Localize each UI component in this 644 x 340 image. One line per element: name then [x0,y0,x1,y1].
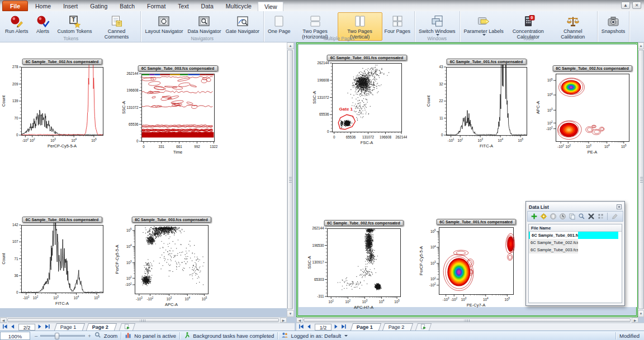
next-page-button[interactable] [333,324,340,331]
ribbon-tab-data[interactable]: Data [195,2,220,11]
ribbon-tab-text[interactable]: Text [172,2,195,11]
scrollbar-thumb[interactable] [7,318,279,322]
plot-title-badge[interactable]: 6C Sample_Tube_002.fcs compensated [552,65,632,71]
minimize-ribbon-icon[interactable]: ▲ [621,2,630,9]
recent-icon[interactable] [558,213,566,221]
ribbon-tab-multicycle[interactable]: Multicycle [220,2,258,11]
zoom-slider[interactable] [40,335,85,337]
plot-title-badge[interactable]: 6C Sample_Tube_002.fcs compensated [22,59,102,65]
file-tab[interactable]: File [2,1,28,11]
ribbon-tab-view[interactable]: View [258,2,284,11]
switch-windows-button[interactable]: Switch Windows [416,12,458,37]
plot-title-badge[interactable]: 6C Sample_Tube_001.fcs compensated [447,59,527,65]
data-list-titlebar[interactable]: Data List [527,203,623,211]
page-tab-page-1[interactable]: Page 1 [54,323,85,331]
zoom-out-button[interactable]: – [35,333,37,339]
data-list-column-header[interactable]: File Name [529,224,622,232]
gate-navigator-button[interactable]: Gate Navigator [223,12,262,35]
custom-tokens-button[interactable]: TCustom Tokens [55,12,94,35]
layout-navigator-button[interactable]: Layout Navigator [143,12,185,35]
page-indicator[interactable]: 1/2 [315,324,332,331]
four-pages-button[interactable]: Four Pages [382,12,413,35]
plot-hist-fitc-right[interactable]: 011223243-101102103104105FITC-ACount [426,64,532,150]
plot-title-badge[interactable]: 6C Sample_Tube_002.fcs compensated [324,220,404,226]
page-tab-page-2[interactable]: Page 2 [86,323,116,331]
right-horizontal-scrollbar[interactable]: ◀▶ [296,317,638,323]
scrollbar-thumb[interactable] [287,50,293,309]
data-navigator-icon [197,13,211,28]
plot-title-badge[interactable]: 6C Sample_Tube_003.fcs compensated [138,65,218,71]
previous-page-button[interactable] [10,324,17,331]
left-vertical-scrollbar[interactable]: ▲▼ [287,42,294,317]
button-label: Run Alerts [5,28,29,34]
scroll-right-button[interactable]: ▶ [280,318,287,323]
new-page-button[interactable] [119,323,135,331]
options-icon[interactable] [596,213,604,221]
plot-density-pecy7[interactable]: -102102103104105-103-102103104105PE-Cy7-… [419,224,519,309]
new-page-button[interactable] [415,323,431,331]
scroll-right-button[interactable]: ▶ [632,318,638,323]
page-indicator[interactable]: 2/2 [18,324,35,331]
snapshots-button[interactable]: Snapshots [599,12,628,35]
ribbon-tab-insert[interactable]: Insert [57,2,84,11]
previous-page-button[interactable] [306,324,314,331]
page-tab-page-1[interactable]: Page 1 [351,323,381,331]
data-navigator-button[interactable]: Data Navigator [185,12,223,35]
scrollbar-thumb[interactable] [638,50,644,309]
plot-title-badge[interactable]: 6C Sample_Tube_003.fcs compensated [131,217,211,223]
scroll-down-button[interactable]: ▼ [287,310,294,317]
scroll-left-button[interactable]: ◀ [296,318,303,323]
data-list-window[interactable]: Data List File Name 6C Sample_Tube_001.f… [525,201,625,306]
last-page-button[interactable] [44,324,52,331]
first-page-button[interactable] [2,324,10,331]
ribbon-tab-format[interactable]: Format [141,2,172,11]
ribbon-tab-home[interactable]: Home [29,2,57,11]
plot-title-badge[interactable]: 6C Sample_Tube_001.fcs compensated [436,219,516,225]
alerts-button[interactable]: Alerts [31,12,55,35]
run-alerts-button[interactable]: Run Alerts [3,12,31,35]
one-page-button[interactable]: One Page [266,12,293,35]
ribbon-tab-batch[interactable]: Batch [113,2,141,11]
ribbon-tab-gating[interactable]: Gating [84,2,113,11]
first-page-button[interactable] [298,324,306,331]
close-icon[interactable]: ✕ [632,2,641,9]
plot-hist-fitc-left[interactable]: 03671107142-101102103104105FITC-ACount [1,222,108,308]
edit-icon[interactable] [610,213,618,221]
copy-icon[interactable] [568,213,576,221]
scroll-up-button[interactable]: ▲ [287,42,294,49]
last-page-button[interactable] [340,324,348,331]
data-list-window-icon[interactable] [617,204,622,209]
right-vertical-scrollbar[interactable]: ▲▼ [638,42,644,317]
login-status[interactable]: Logged in as: Default [281,332,348,340]
upload-icon[interactable] [549,213,557,221]
plot-title-badge[interactable]: 6C Sample_Tube_003.fcs compensated [22,217,102,223]
ribbon-tabs: HomeInsertGatingBatchFormatTextDataMulti… [29,2,283,11]
add-icon[interactable] [530,213,538,221]
settings-icon[interactable] [539,213,547,221]
ribbon-group-windows: Switch WindowsWindows [415,11,460,42]
page-tab-page-2[interactable]: Page 2 [382,323,413,331]
plot-scatter-fsc[interactable]: 0655361310721966082621440655361310721966… [312,60,407,147]
parameter-labels-button[interactable]: Parameter Labels [462,12,506,37]
scroll-left-button[interactable]: ◀ [0,318,7,323]
data-list-row[interactable]: 6C Sample_Tube_002.fcs [529,239,622,246]
plot-contour-time[interactable]: 06553613107219660826214403316619921322Ti… [121,70,220,156]
plot-hist-percp[interactable]: 070139209278-102102103104105PerCP-Cy5-5-… [1,64,108,150]
plot-density-pe[interactable]: 105104103102-102-102102103104105PE-AAPC-… [536,70,634,156]
scroll-down-button[interactable]: ▼ [638,310,644,317]
data-list-row[interactable]: 6C Sample_Tube_001.fcs [529,232,622,239]
delete-icon[interactable] [587,213,595,221]
left-horizontal-scrollbar[interactable]: ◀▶ [0,317,287,323]
data-list-row[interactable]: 6C Sample_Tube_003.fcs [529,246,622,253]
search-icon[interactable] [577,213,585,221]
next-page-button[interactable] [36,324,44,331]
scroll-up-button[interactable]: ▲ [638,42,644,49]
plot-title-badge[interactable]: 6C Sample_Tube_001.fcs compensated [327,55,407,61]
scrollbar-thumb[interactable] [304,318,631,322]
zoom-slider-thumb[interactable] [55,333,59,339]
plot-scatter-apch7[interactable]: -311653031309171965302621441011021031041… [307,225,406,312]
svg-text:-101: -101 [448,138,454,142]
zoom-in-button[interactable]: + [88,333,91,339]
plot-scatter-apc[interactable]: -102102103104105-103-102103104105APC-APe… [115,222,214,309]
zoom-value-box[interactable]: 100% [0,332,30,340]
